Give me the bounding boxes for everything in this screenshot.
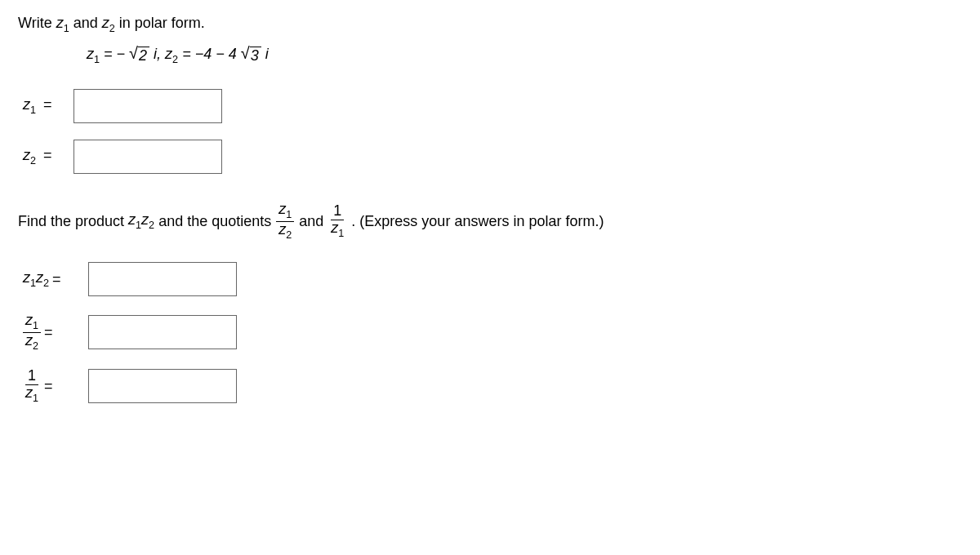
sqrt-2: √2 xyxy=(129,46,149,64)
var-z1: z1 xyxy=(87,46,100,62)
given-equations: z1 = − √2 i, z2 = −4 − 4 √3 i xyxy=(87,46,962,65)
prompt-text: and xyxy=(74,15,102,31)
label-1-over-z1: 1 z1 = xyxy=(23,368,88,404)
answer-row-z1-over-z2: z1 z2 = xyxy=(23,313,962,352)
eq-text: = −4 − 4 xyxy=(182,46,237,62)
label-z1-over-z2: z1 z2 = xyxy=(23,313,88,352)
prompt-text: Write xyxy=(18,15,56,31)
var-z2: z2 xyxy=(102,15,115,31)
prompt-text: in polar form. xyxy=(119,15,205,31)
prompt-text: Find the product xyxy=(18,213,124,230)
answer-row-1-over-z1: 1 z1 = xyxy=(23,368,962,404)
label-z1z2: z1z2 = xyxy=(23,269,88,289)
input-z1z2[interactable] xyxy=(88,262,237,296)
var-z1z2: z1z2 xyxy=(124,211,158,231)
label-z1: z1 = xyxy=(23,96,74,116)
input-z2[interactable] xyxy=(74,140,222,174)
fraction-z1-z2: z1 z2 xyxy=(276,202,294,241)
input-z1[interactable] xyxy=(74,89,222,123)
answer-row-z1z2: z1z2 = xyxy=(23,262,962,296)
var-z1: z1 xyxy=(56,15,69,31)
sqrt-3: √3 xyxy=(241,46,261,64)
prompt-text: and xyxy=(299,213,323,230)
i-text: i, xyxy=(154,46,165,62)
answer-row-z2: z2 = xyxy=(23,140,962,174)
fraction-1-z1: 1 z1 xyxy=(328,203,346,239)
var-z2: z2 xyxy=(165,46,178,62)
prompt-line-2: Find the product z1z2 and the quotients … xyxy=(18,202,962,241)
label-z2: z2 = xyxy=(23,147,74,166)
input-z1-over-z2[interactable] xyxy=(88,315,237,349)
eq-text: = − xyxy=(104,46,125,62)
i-text: i xyxy=(265,46,269,62)
prompt-line-1: Write z1 and z2 in polar form. xyxy=(18,15,962,34)
answer-row-z1: z1 = xyxy=(23,89,962,123)
prompt-text: and the quotients xyxy=(158,213,271,230)
prompt-text: . (Express your answers in polar form.) xyxy=(351,213,604,230)
input-1-over-z1[interactable] xyxy=(88,369,237,403)
